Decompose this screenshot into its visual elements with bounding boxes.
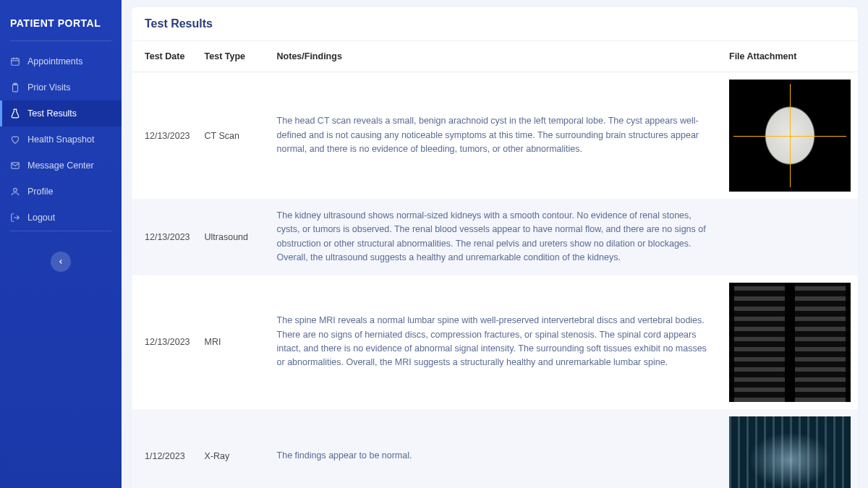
col-header-date[interactable]: Test Date bbox=[132, 41, 197, 72]
sidebar-item-label: Appointments bbox=[27, 56, 82, 67]
sidebar-nav: AppointmentsPrior VisitsTest ResultsHeal… bbox=[0, 48, 122, 231]
cell-notes: The kidney ultrasound shows normal-sized… bbox=[270, 199, 722, 275]
main-content: Test Results Test Date Test Type Notes/F… bbox=[122, 0, 868, 488]
col-header-notes[interactable]: Notes/Findings bbox=[270, 41, 722, 72]
sidebar-item-logout[interactable]: Logout bbox=[0, 205, 122, 231]
test-results-card: Test Results Test Date Test Type Notes/F… bbox=[132, 7, 858, 488]
table-header-row: Test Date Test Type Notes/Findings File … bbox=[132, 41, 858, 72]
envelope-icon bbox=[10, 160, 20, 171]
page-title: Test Results bbox=[132, 7, 858, 41]
col-header-file[interactable]: File Attachment bbox=[722, 41, 858, 72]
col-header-type[interactable]: Test Type bbox=[197, 41, 270, 72]
svg-point-7 bbox=[14, 188, 17, 192]
sidebar-item-label: Profile bbox=[27, 187, 53, 197]
user-icon bbox=[10, 187, 20, 197]
svg-rect-0 bbox=[12, 59, 20, 65]
table-row: 12/13/2023MRIThe spine MRI reveals a nor… bbox=[132, 275, 858, 409]
heart-icon bbox=[10, 134, 20, 145]
calendar-icon bbox=[10, 56, 20, 67]
chevron-left-icon bbox=[57, 257, 64, 267]
divider bbox=[10, 40, 111, 41]
sidebar-item-health-snapshot[interactable]: Health Snapshot bbox=[0, 127, 122, 153]
cell-type: Ultrasound bbox=[197, 199, 270, 275]
cell-date: 12/13/2023 bbox=[132, 199, 197, 275]
sidebar-item-label: Test Results bbox=[27, 108, 77, 119]
cell-notes: The spine MRI reveals a normal lumbar sp… bbox=[270, 275, 722, 409]
cell-file bbox=[722, 409, 858, 489]
attachment-thumbnail[interactable] bbox=[729, 80, 851, 192]
divider bbox=[10, 231, 111, 231]
cell-date: 12/13/2023 bbox=[132, 275, 197, 409]
test-results-table: Test Date Test Type Notes/Findings File … bbox=[132, 41, 858, 488]
logout-icon bbox=[10, 213, 20, 223]
sidebar-item-appointments[interactable]: Appointments bbox=[0, 48, 122, 74]
attachment-thumbnail[interactable] bbox=[729, 283, 851, 402]
app-title: PATIENT PORTAL bbox=[0, 9, 122, 40]
sidebar-item-label: Health Snapshot bbox=[27, 134, 94, 145]
table-row: 12/13/2023UltrasoundThe kidney ultrasoun… bbox=[132, 199, 858, 275]
attachment-thumbnail[interactable] bbox=[729, 416, 851, 489]
collapse-sidebar-button[interactable] bbox=[51, 252, 71, 272]
sidebar-item-profile[interactable]: Profile bbox=[0, 179, 122, 205]
flask-icon bbox=[10, 108, 20, 119]
sidebar-item-label: Message Center bbox=[27, 160, 94, 171]
cell-file bbox=[722, 199, 858, 275]
sidebar-item-label: Prior Visits bbox=[27, 82, 71, 93]
table-row: 1/12/2023X-RayThe findings appear to be … bbox=[132, 409, 858, 489]
sidebar-item-prior-visits[interactable]: Prior Visits bbox=[0, 74, 122, 100]
cell-type: CT Scan bbox=[197, 72, 270, 200]
cell-file bbox=[722, 275, 858, 409]
table-row: 12/13/2023CT ScanThe head CT scan reveal… bbox=[132, 72, 858, 200]
sidebar-item-message-center[interactable]: Message Center bbox=[0, 153, 122, 179]
cell-type: X-Ray bbox=[197, 409, 270, 489]
cell-date: 1/12/2023 bbox=[132, 409, 197, 489]
cell-notes: The findings appear to be normal. bbox=[270, 409, 722, 489]
sidebar-item-label: Logout bbox=[27, 213, 55, 223]
cell-date: 12/13/2023 bbox=[132, 72, 197, 200]
cell-file bbox=[722, 72, 858, 200]
cell-type: MRI bbox=[197, 275, 270, 409]
sidebar-item-test-results[interactable]: Test Results bbox=[0, 100, 122, 127]
sidebar: PATIENT PORTAL AppointmentsPrior VisitsT… bbox=[0, 0, 122, 488]
clipboard-icon bbox=[10, 82, 20, 93]
cell-notes: The head CT scan reveals a small, benign… bbox=[270, 72, 722, 200]
